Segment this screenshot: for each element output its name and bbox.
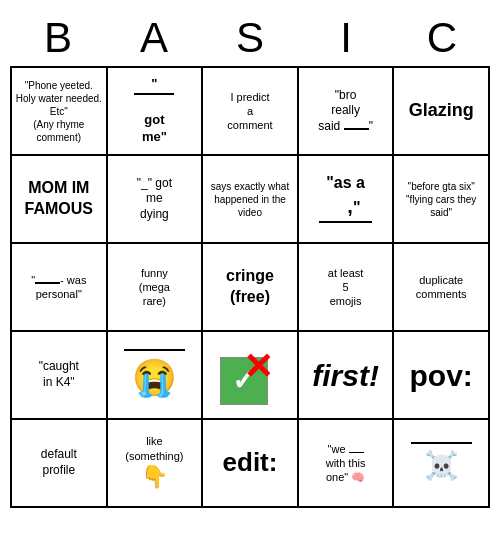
cell-r2c2: "_" gotmedying <box>108 156 204 244</box>
cell-r5c2: like(something)👇 <box>108 420 204 508</box>
cell-r1c3: I predictacomment <box>203 68 299 156</box>
cell-r2c1: MOM IMFAMOUS <box>12 156 108 244</box>
cell-r4c2: 😭 <box>108 332 204 420</box>
cell-r4c1: "caughtin K4" <box>12 332 108 420</box>
header-row: B A S I C <box>10 10 490 66</box>
cell-r4c3: ✓ ✕ <box>203 332 299 420</box>
cell-r1c4: "broreallysaid " <box>299 68 395 156</box>
cell-r4c5: pov: <box>394 332 490 420</box>
cell-r1c5: Glazing <box>394 68 490 156</box>
cell-r1c2: "gotme" <box>108 68 204 156</box>
header-b: B <box>10 10 106 66</box>
cell-r3c5: duplicatecomments <box>394 244 490 332</box>
cell-r2c3: says exactly what happened in the video <box>203 156 299 244</box>
cell-r5c5: ☠️ <box>394 420 490 508</box>
cell-r5c1: defaultprofile <box>12 420 108 508</box>
cell-r2c4: "as a ," <box>299 156 395 244</box>
cell-r3c4: at least5emojis <box>299 244 395 332</box>
cell-r5c3: edit: <box>203 420 299 508</box>
bingo-grid: "Phone yeeted. Holy water needed. Etc"(A… <box>10 66 490 508</box>
cell-r3c2: funny(megarare) <box>108 244 204 332</box>
cell-r3c3: cringe(free) <box>203 244 299 332</box>
header-i: I <box>298 10 394 66</box>
header-a: A <box>106 10 202 66</box>
cell-r2c5: "before gta six" "flying cars they said" <box>394 156 490 244</box>
cell-r5c4: "we with thisone" 🧠 <box>299 420 395 508</box>
cell-r3c1: "- waspersonal" <box>12 244 108 332</box>
header-c: C <box>394 10 490 66</box>
cell-r4c4: first! <box>299 332 395 420</box>
bingo-board: B A S I C "Phone yeeted. Holy water need… <box>10 10 490 508</box>
header-s: S <box>202 10 298 66</box>
cell-r1c1: "Phone yeeted. Holy water needed. Etc"(A… <box>12 68 108 156</box>
